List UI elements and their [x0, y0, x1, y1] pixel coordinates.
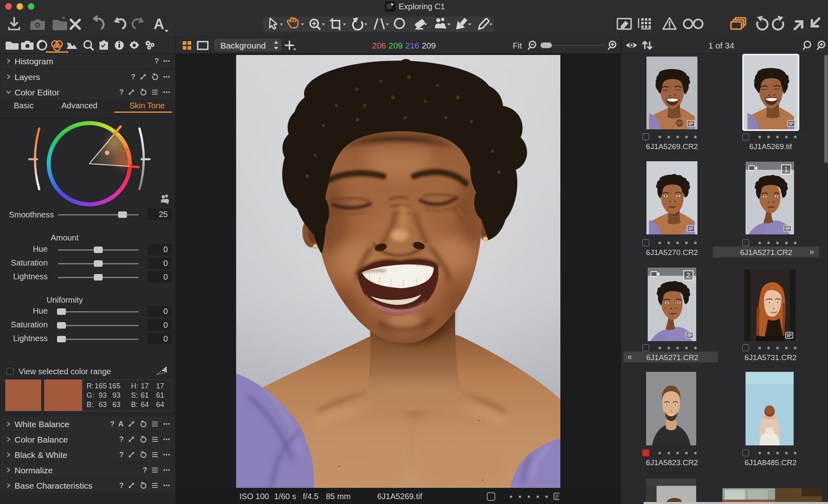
svg-text:A: A	[154, 16, 164, 32]
svg-text:Background: Background	[220, 41, 266, 50]
svg-text:209: 209	[422, 41, 436, 50]
svg-text:206: 206	[372, 41, 386, 50]
svg-text:Fit: Fit	[513, 41, 522, 50]
svg-text:209: 209	[389, 41, 403, 50]
svg-text:1 of 34: 1 of 34	[708, 41, 735, 50]
svg-text:216: 216	[405, 41, 419, 50]
